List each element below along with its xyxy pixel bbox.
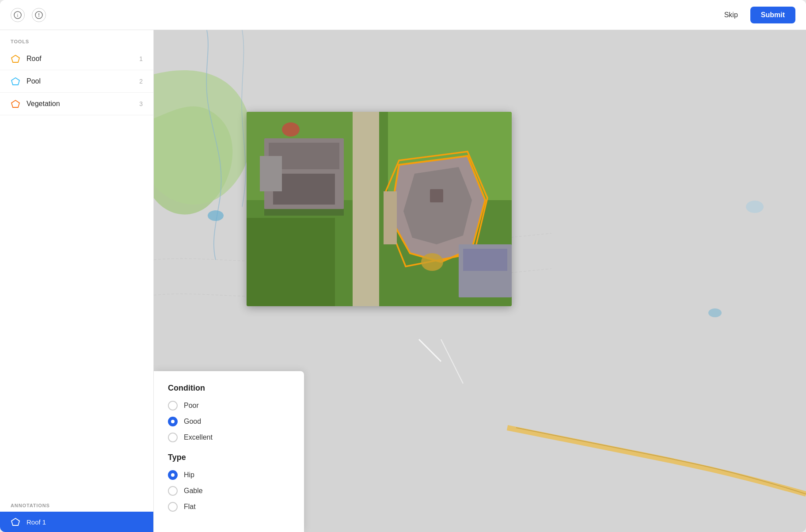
info-icon[interactable]: i (11, 8, 25, 22)
condition-excellent-label: Excellent (184, 433, 213, 441)
type-hip-radio[interactable] (168, 470, 178, 480)
submit-button[interactable]: Submit (750, 7, 795, 23)
condition-excellent-option[interactable]: Excellent (168, 433, 290, 442)
tool-item-vegetation[interactable]: Vegetation 3 (0, 93, 153, 115)
type-hip-label: Hip (184, 471, 194, 479)
roof-tool-number: 1 (139, 55, 143, 62)
sidebar: TOOLS Roof 1 Pool 2 (0, 30, 154, 532)
svg-point-31 (421, 253, 443, 271)
svg-marker-7 (11, 518, 19, 525)
vegetation-tool-label: Vegetation (27, 100, 139, 108)
vegetation-tool-number: 3 (139, 100, 143, 107)
svg-marker-26 (403, 167, 472, 244)
pool-tool-icon (11, 76, 20, 86)
svg-text:!: ! (38, 12, 40, 18)
pool-tool-number: 2 (139, 78, 143, 85)
condition-poor-option[interactable]: Poor (168, 401, 290, 410)
svg-marker-6 (11, 100, 19, 107)
popup-card: Condition Poor Good Excellent Type (154, 371, 304, 532)
svg-rect-22 (273, 174, 335, 205)
type-title: Type (168, 453, 290, 462)
condition-good-radio[interactable] (168, 417, 178, 426)
svg-rect-33 (384, 191, 397, 244)
aerial-photo (247, 112, 512, 306)
map-area[interactable]: Condition Poor Good Excellent Type (154, 30, 806, 532)
body: TOOLS Roof 1 Pool 2 (0, 30, 806, 532)
header-left: i ! (11, 8, 46, 22)
app-container: i ! Skip Submit TOOLS (0, 0, 806, 532)
alert-icon[interactable]: ! (32, 8, 46, 22)
svg-rect-27 (430, 189, 443, 202)
svg-text:i: i (17, 13, 19, 18)
condition-poor-radio[interactable] (168, 401, 178, 410)
pool-tool-label: Pool (27, 77, 139, 85)
svg-point-11 (208, 210, 224, 221)
svg-rect-30 (463, 249, 507, 271)
type-flat-option[interactable]: Flat (168, 502, 290, 512)
annotation-roof1-label: Roof 1 (27, 518, 46, 526)
annotation-item-roof1[interactable]: Roof 1 (0, 512, 153, 532)
type-gable-option[interactable]: Gable (168, 486, 290, 496)
type-gable-label: Gable (184, 487, 203, 495)
condition-title: Condition (168, 384, 290, 393)
skip-button[interactable]: Skip (719, 8, 743, 23)
tool-item-roof[interactable]: Roof 1 (0, 48, 153, 70)
condition-poor-label: Poor (184, 402, 199, 410)
type-hip-option[interactable]: Hip (168, 470, 290, 480)
type-flat-radio[interactable] (168, 502, 178, 512)
svg-point-12 (708, 308, 722, 317)
roof-tool-label: Roof (27, 55, 139, 63)
svg-marker-5 (11, 78, 19, 85)
svg-rect-24 (264, 209, 344, 216)
svg-point-32 (282, 122, 300, 137)
type-flat-label: Flat (184, 503, 196, 511)
vegetation-tool-icon (11, 99, 20, 109)
tools-section-label: TOOLS (0, 30, 153, 48)
annotations-section-label: ANNOTATIONS (0, 494, 153, 512)
condition-good-label: Good (184, 418, 201, 426)
type-gable-radio[interactable] (168, 486, 178, 496)
svg-rect-17 (247, 218, 335, 306)
svg-marker-4 (11, 55, 19, 62)
condition-excellent-radio[interactable] (168, 433, 178, 442)
roof-tool-icon (11, 54, 20, 64)
tool-item-pool[interactable]: Pool 2 (0, 70, 153, 93)
svg-rect-19 (353, 112, 379, 306)
header-right: Skip Submit (719, 7, 795, 23)
svg-point-13 (746, 201, 764, 213)
header: i ! Skip Submit (0, 0, 806, 30)
svg-rect-23 (260, 156, 282, 191)
annotation-roof1-icon (11, 517, 20, 527)
condition-good-option[interactable]: Good (168, 417, 290, 426)
